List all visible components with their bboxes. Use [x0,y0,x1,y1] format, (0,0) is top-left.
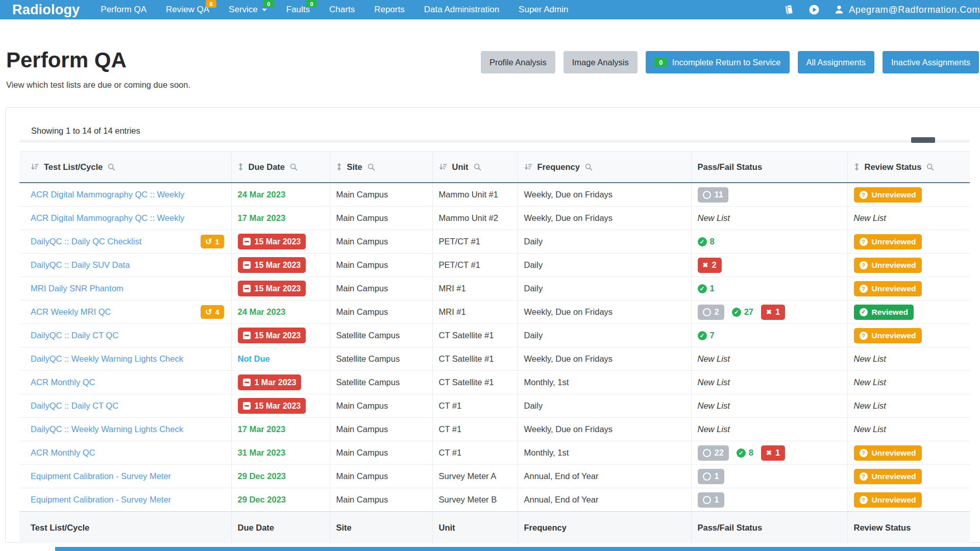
new-list-label: New List [854,378,886,387]
test-list-link[interactable]: Equipment Calibration - Survey Meter [31,495,171,505]
question-circle-icon: ? [860,449,868,457]
video-tutorial-icon[interactable] [808,4,820,15]
brand-logo[interactable]: Radiology [12,2,80,18]
search-icon[interactable] [368,163,375,171]
count-badge: 0 [654,58,668,67]
history-count-badge[interactable]: ↺4 [201,305,224,319]
all-assignments-button[interactable]: All Assignments [798,51,874,73]
test-list-link[interactable]: DailyQC :: Daily CT QC [31,401,118,411]
test-list-link[interactable]: DailyQC :: Daily CT QC [31,331,118,340]
column-header-unit[interactable]: Unit [432,152,518,183]
new-list-label: New List [698,424,730,434]
column-header-pass-fail-status[interactable]: Pass/Fail Status [691,152,847,183]
unreviewed-badge: ?Unreviewed [854,445,922,461]
pass-fail-status-cell: ✓1 [691,277,847,300]
unit-cell: PET/CT #1 [432,254,518,277]
test-list-link[interactable]: DailyQC :: Daily SUV Data [31,260,130,270]
frequency-cell: Weekly, Due on Fridays [518,183,691,207]
nav-menu: Perform QA8Review QA0Service0FaultsChart… [91,0,578,19]
horizontal-scrollbar-track[interactable] [19,140,970,143]
unreviewed-badge: ?Unreviewed [854,281,922,296]
column-header-test-list-cycle[interactable]: Test List/Cycle [19,152,231,183]
table-row: DailyQC :: Daily CT QC15 Mar 2023Satelli… [19,324,970,347]
due-date: 17 Mar 2023 [238,213,286,222]
column-header-frequency[interactable]: Frequency [518,152,691,183]
site-cell: Main Campus [330,465,432,488]
test-list-link[interactable]: DailyQC :: Weekly Warning Lights Check [31,424,183,434]
test-list-link[interactable]: ACR Digital Mammography QC :: Weekly [31,190,184,199]
nav-item-data-administration[interactable]: Data Administration [414,0,509,19]
table-row: ACR Weekly MRI QC↺424 Mar 2023Main Campu… [19,300,970,324]
unreviewed-badge: ?Unreviewed [854,234,922,249]
new-list-label: New List [698,378,730,387]
nav-item-review-qa[interactable]: 8Review QA [156,0,219,19]
profile-analysis-button[interactable]: Profile Analysis [481,51,555,73]
user-menu[interactable]: Apegram@Radformation.Com [834,5,980,15]
test-list-link[interactable]: DailyQC :: Weekly Warning Lights Check [31,354,183,364]
nav-item-reports[interactable]: Reports [364,0,414,19]
unit-cell: Survey Meter A [432,465,518,488]
site-cell: Main Campus [330,254,432,277]
pass-fail-status-cell: New List [691,394,847,418]
nav-count-badge: 0 [306,0,317,8]
question-circle-icon: ? [860,332,868,340]
calendar-minus-icon [243,285,251,292]
review-status-cell: ?Unreviewed [847,488,970,512]
review-status-cell: ?Unreviewed [847,324,970,347]
test-list-link[interactable]: ACR Monthly QC [31,448,95,458]
due-date-cell: Not Due [231,347,330,371]
footer-column-due-date: Due Date [231,512,330,544]
nav-item-charts[interactable]: Charts [320,0,364,19]
pending-count-badge: 11 [698,187,728,203]
search-icon[interactable] [585,163,593,171]
footer-column-pass-fail-status: Pass/Fail Status [691,512,847,544]
horizontal-scrollbar-thumb[interactable] [911,137,935,143]
question-circle-icon: ? [860,191,868,199]
table-row: DailyQC :: Daily CT QC15 Mar 2023Main Ca… [19,394,970,418]
test-list-link[interactable]: Equipment Calibration - Survey Meter [31,471,171,481]
x-icon: ✖ [703,261,708,269]
unit-cell: Mammo Unit #2 [432,207,518,230]
test-list-link[interactable]: ACR Weekly MRI QC [31,307,111,317]
manual-icon[interactable] [783,5,794,15]
search-icon[interactable] [926,163,934,171]
nav-item-faults[interactable]: 0Faults [277,0,320,19]
test-list-link[interactable]: MRI Daily SNR Phantom [31,284,124,293]
frequency-cell: Weekly, Due on Fridays [518,300,691,324]
sort-updown-icon [336,163,342,171]
image-analysis-button[interactable]: Image Analysis [564,51,638,73]
test-list-link[interactable]: ACR Monthly QC [31,378,95,387]
frequency-cell: Monthly, 1st [518,371,691,394]
search-icon[interactable] [290,163,298,171]
due-date: 24 Mar 2023 [238,307,286,316]
pass-fail-status-cell: 11 [691,183,847,207]
user-icon [834,5,844,15]
column-header-site[interactable]: Site [330,152,432,183]
due-date-cell: 15 Mar 2023 [231,254,330,277]
due-date-cell: 24 Mar 2023 [231,300,330,324]
due-date: 24 Mar 2023 [238,190,286,199]
column-header-due-date[interactable]: Due Date [231,152,330,183]
inactive-assignments-button[interactable]: Inactive Assignments [883,51,979,73]
check-circle-icon: ✓ [737,448,746,458]
incomplete-return-to-service-button[interactable]: 0Incomplete Return to Service [646,51,790,73]
x-icon: ✖ [766,449,772,457]
overdue-date-badge: 1 Mar 2023 [238,374,302,390]
frequency-cell: Daily [518,230,691,254]
nav-item-perform-qa[interactable]: Perform QA [91,0,156,19]
history-count-badge[interactable]: ↺1 [201,235,224,248]
site-cell: Main Campus [330,488,432,512]
overdue-date-badge: 15 Mar 2023 [238,257,306,273]
test-list-link[interactable]: DailyQC :: Daily QC Checklist [31,237,141,246]
overdue-date-badge: 15 Mar 2023 [238,328,306,343]
review-status-cell: ?Unreviewed [847,230,970,254]
nav-item-service[interactable]: 0Service [219,0,277,19]
circle-icon [703,449,711,457]
column-header-review-status[interactable]: Review Status [847,152,970,183]
new-list-label: New List [854,401,886,410]
site-cell: Main Campus [330,394,432,418]
search-icon[interactable] [474,163,481,171]
search-icon[interactable] [108,163,115,171]
nav-item-super-admin[interactable]: Super Admin [509,0,578,19]
test-list-link[interactable]: ACR Digital Mammography QC :: Weekly [31,213,184,223]
